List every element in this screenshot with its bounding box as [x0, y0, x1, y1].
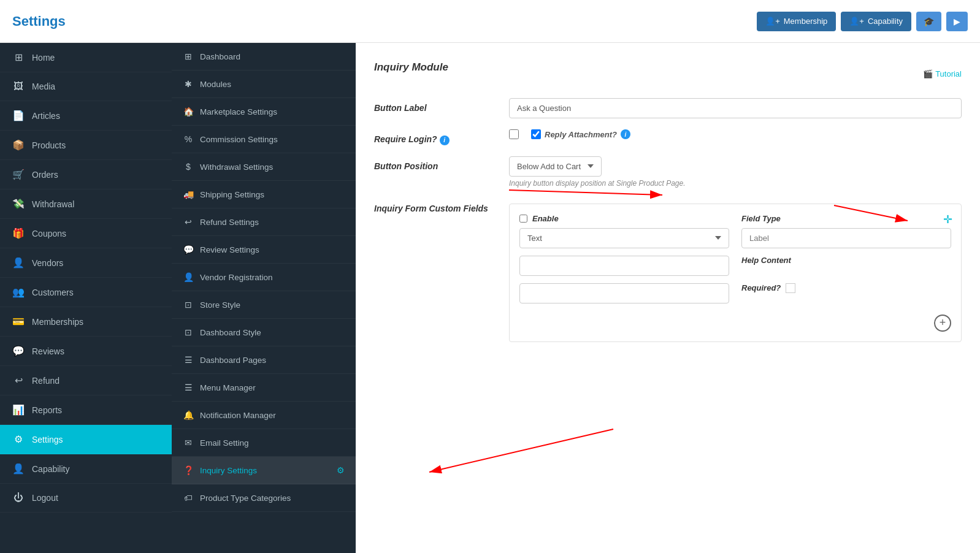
content-area: ⊞ Dashboard ✱ Modules 🏠 Marketplace Sett…	[172, 43, 980, 553]
sub-sidebar-item-refund[interactable]: ↩ Refund Settings	[172, 208, 356, 236]
sub-sidebar-item-menu-manager[interactable]: ☰ Menu Manager	[172, 374, 356, 402]
sub-sidebar-item-dashboard-style[interactable]: ⊡ Dashboard Style	[172, 319, 356, 346]
help-content-right: Help Content	[741, 256, 951, 265]
sidebar-item-orders[interactable]: 🛒 Orders	[0, 160, 172, 189]
sidebar-item-coupons[interactable]: 🎁 Coupons	[0, 219, 172, 248]
tutorial-link[interactable]: 🎬 Tutorial	[923, 69, 962, 78]
memberships-icon: 💳	[12, 316, 25, 327]
require-login-checkbox[interactable]	[509, 129, 519, 139]
field-type-label: Field Type	[741, 214, 781, 223]
sidebar-item-customers[interactable]: 👥 Customers	[0, 278, 172, 307]
coupons-icon: 🎁	[12, 227, 25, 239]
sub-email-icon: ✉	[183, 438, 194, 448]
button-position-hint: Inquiry button display position at Singl…	[509, 179, 962, 188]
sidebar-item-home[interactable]: ⊞ Home	[0, 43, 172, 72]
inquiry-settings-gear-icon: ⚙	[337, 465, 345, 475]
capability-button[interactable]: 👤+ Capability	[841, 12, 911, 31]
required-right: Required?	[741, 283, 951, 293]
section-header: Inquiry Module 🎬 Tutorial	[374, 61, 962, 86]
sub-sidebar-item-shipping[interactable]: 🚚 Shipping Settings	[172, 181, 356, 208]
sub-sidebar-item-withdrawal[interactable]: $ Withdrawal Settings	[172, 153, 356, 181]
sub-dash-style-icon: ⊡	[183, 327, 194, 337]
sub-store-style-icon: ⊡	[183, 300, 194, 310]
sub-sidebar-item-commission[interactable]: % Commission Settings	[172, 126, 356, 153]
sub-sidebar-item-notification[interactable]: 🔔 Notification Manager	[172, 402, 356, 429]
enable-label: Enable	[532, 214, 559, 223]
sidebar-item-logout[interactable]: ⏻ Logout	[0, 484, 172, 513]
sub-sidebar-item-product-type[interactable]: 🏷 Product Type Categories	[172, 484, 356, 512]
articles-icon: 📄	[12, 110, 25, 121]
sidebar-item-reports[interactable]: 📊 Reports	[0, 395, 172, 425]
sub-sidebar-item-modules[interactable]: ✱ Modules	[172, 71, 356, 98]
diploma-button[interactable]: 🎓	[916, 12, 941, 31]
sub-sidebar-item-dashboard[interactable]: ⊞ Dashboard	[172, 43, 356, 71]
top-bar-actions: 👤+ Membership 👤+ Capability 🎓 ▶	[757, 12, 968, 31]
sub-sidebar-item-dashboard-pages[interactable]: ☰ Dashboard Pages	[172, 346, 356, 374]
enable-checkbox[interactable]	[519, 215, 527, 223]
require-login-checkboxes: Reply Attachment? i	[509, 129, 630, 139]
sub-sidebar-item-inquiry[interactable]: ❓ Inquiry Settings ⚙	[172, 457, 356, 484]
orders-icon: 🛒	[12, 169, 25, 180]
help-content-input[interactable]	[519, 256, 729, 276]
required-checkbox[interactable]	[786, 283, 795, 293]
reports-icon: 📊	[12, 404, 25, 416]
required-input[interactable]	[519, 283, 729, 303]
sidebar-item-memberships[interactable]: 💳 Memberships	[0, 307, 172, 337]
button-position-select[interactable]: Below Add to Cart Above Add to Cart Afte…	[509, 156, 602, 177]
sidebar-item-articles[interactable]: 📄 Articles	[0, 101, 172, 131]
require-login-label: Require Login? i	[374, 129, 509, 145]
top-bar: Settings 👤+ Membership 👤+ Capability 🎓 ▶	[0, 0, 980, 43]
add-field-button[interactable]: +	[934, 315, 951, 332]
button-label-input[interactable]	[509, 98, 962, 118]
reviews-icon: 💬	[12, 345, 25, 357]
home-icon: ⊞	[12, 51, 25, 63]
tutorial-icon: 🎬	[923, 69, 933, 78]
sub-sidebar-item-review[interactable]: 💬 Review Settings	[172, 236, 356, 264]
sidebar-item-refund[interactable]: ↩ Refund	[0, 366, 172, 395]
reply-attachment-checkbox-item[interactable]: Reply Attachment? i	[531, 129, 630, 139]
field-type-select[interactable]: Text Number Email Textarea Select	[519, 228, 729, 248]
settings-icon: ⚙	[12, 433, 25, 445]
require-login-info-icon[interactable]: i	[440, 135, 450, 145]
button-position-label: Button Position	[374, 156, 509, 171]
sub-sidebar-item-store-style[interactable]: ⊡ Store Style	[172, 291, 356, 319]
sidebar-item-media[interactable]: 🖼 Media	[0, 72, 172, 101]
require-login-checkbox-item[interactable]	[509, 129, 519, 139]
membership-button[interactable]: 👤+ Membership	[757, 12, 836, 31]
membership-icon: 👤+	[765, 17, 780, 26]
sub-modules-icon: ✱	[183, 79, 194, 89]
sidebar-item-reviews[interactable]: 💬 Reviews	[0, 337, 172, 366]
button-label-row: Button Label	[374, 98, 962, 118]
sub-menu-manager-icon: ☰	[183, 383, 194, 392]
sub-review-icon: 💬	[183, 245, 194, 254]
reply-attachment-label: Reply Attachment?	[545, 130, 617, 139]
capability-sidebar-icon: 👤	[12, 463, 25, 475]
field-type-label-row: Field Type	[741, 214, 951, 223]
capability-icon: 👤+	[849, 17, 864, 26]
sidebar-item-withdrawal[interactable]: 💸 Withdrawal	[0, 189, 172, 219]
sub-sidebar-item-vendor-reg[interactable]: 👤 Vendor Registration	[172, 264, 356, 291]
sidebar-item-products[interactable]: 📦 Products	[0, 131, 172, 160]
sub-shipping-icon: 🚚	[183, 189, 194, 199]
sub-commission-icon: %	[183, 134, 194, 144]
sidebar-item-vendors[interactable]: 👤 Vendors	[0, 248, 172, 278]
reply-attachment-info-icon[interactable]: i	[621, 129, 630, 139]
require-login-row: Require Login? i Reply Attachment? i	[374, 129, 962, 145]
reply-attachment-checkbox[interactable]	[531, 129, 541, 139]
inquiry-form-label: Inquiry Form Custom Fields	[374, 199, 509, 213]
sub-refund-icon: ↩	[183, 217, 194, 227]
sub-notification-icon: 🔔	[183, 410, 194, 420]
sidebar-item-settings[interactable]: ⚙ Settings	[0, 425, 172, 454]
video-button[interactable]: ▶	[946, 12, 968, 31]
sub-sidebar-item-marketplace[interactable]: 🏠 Marketplace Settings	[172, 98, 356, 126]
label-input[interactable]	[741, 228, 951, 248]
drag-icon[interactable]: ✛	[943, 213, 952, 226]
main-layout: ⊞ Home 🖼 Media 📄 Articles 📦 Products 🛒 O…	[0, 43, 980, 553]
left-field-group: Enable Text Number Email Textarea Select	[519, 214, 729, 248]
sidebar-item-capability[interactable]: 👤 Capability	[0, 454, 172, 484]
help-content-left	[519, 256, 729, 276]
sub-sidebar-item-email[interactable]: ✉ Email Setting	[172, 429, 356, 457]
customers-icon: 👥	[12, 286, 25, 298]
left-sidebar: ⊞ Home 🖼 Media 📄 Articles 📦 Products 🛒 O…	[0, 43, 172, 553]
sub-product-type-icon: 🏷	[183, 493, 194, 503]
